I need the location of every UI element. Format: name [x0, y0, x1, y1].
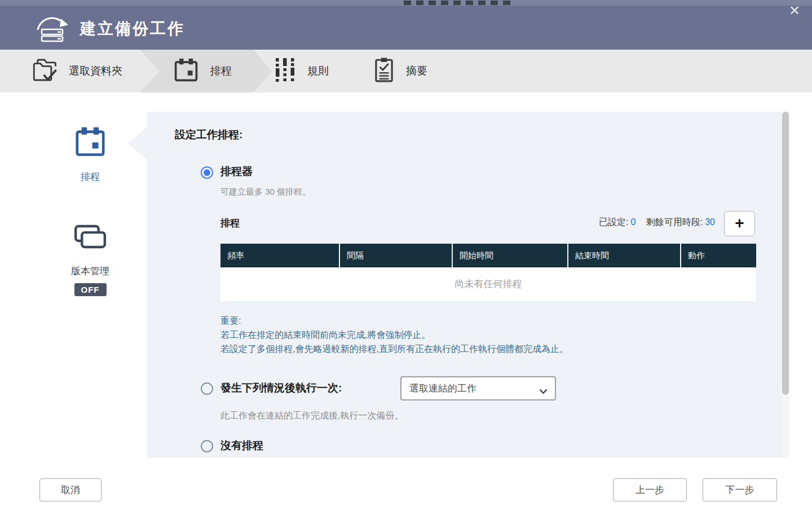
backup-job-icon: [33, 12, 71, 45]
step-label: 選取資料夾: [69, 64, 122, 78]
scheduler-hint: 可建立最多 30 個排程。: [220, 187, 311, 197]
clipboard-check-icon: [373, 57, 395, 85]
column-header-action: 動作: [681, 244, 756, 267]
radio-linked-job[interactable]: [201, 382, 213, 395]
important-title: 重要:: [220, 314, 568, 328]
panel-pointer-notch: [127, 127, 147, 159]
schedule-table-empty-state: 尚未有任何排程: [220, 267, 756, 301]
sliders-icon: [275, 57, 295, 85]
sidebar-item-versioning[interactable]: 版本管理 OFF: [59, 224, 122, 296]
panel-heading: 設定工作排程:: [175, 127, 242, 142]
calendar-icon: [74, 150, 107, 160]
radio-no-schedule[interactable]: [201, 440, 213, 452]
column-header-frequency: 頻率: [220, 244, 339, 267]
step-select-folder[interactable]: 選取資料夾: [31, 50, 122, 93]
sidebar-item-label: 版本管理: [59, 265, 122, 278]
dialog-title: 建立備份工作: [80, 6, 185, 50]
schedule-settings-panel: 設定工作排程: 排程器 可建立最多 30 個排程。 排程 已設定:0 剩餘可用時…: [147, 112, 789, 458]
linked-option-label[interactable]: 發生下列情況後執行一次:: [220, 381, 342, 395]
step-schedule[interactable]: 排程: [173, 50, 232, 93]
sidebar-item-schedule[interactable]: 排程: [67, 125, 114, 183]
important-note: 重要: 若工作在排定的結束時間前尚未完成,將會強制停止。 若設定了多個排程,會先…: [220, 314, 568, 356]
cancel-button[interactable]: 取消: [39, 478, 102, 501]
step-rules[interactable]: 規則: [275, 50, 329, 93]
scheduler-option-label[interactable]: 排程器: [220, 164, 253, 179]
create-backup-job-dialog: 建立備份工作 ✕ 選取資料夾: [0, 0, 812, 515]
column-header-interval: 間隔: [340, 244, 452, 267]
remaining-label: 剩餘可用時段:: [646, 217, 703, 227]
schedule-table-header: 頻率 間隔 開始時間 結束時間 動作: [220, 244, 756, 267]
no-schedule-option-label[interactable]: 沒有排程: [220, 438, 263, 453]
versioning-off-badge: OFF: [74, 283, 107, 296]
column-header-end-time: 結束時間: [568, 244, 680, 267]
linked-job-dropdown[interactable]: 選取連結的工作: [400, 376, 556, 400]
column-header-start-time: 開始時間: [453, 244, 567, 267]
important-line: 若設定了多個排程,會先略過較新的排程,直到所有正在執行的工作執行個體都完成為止。: [220, 342, 568, 356]
panel-scrollbar-track[interactable]: [782, 112, 789, 458]
background-window-strip: [0, 0, 812, 6]
sidebar-item-label: 排程: [67, 170, 114, 183]
close-button[interactable]: ✕: [785, 1, 804, 20]
configured-value: 0: [630, 217, 636, 227]
panel-scrollbar-thumb[interactable]: [782, 112, 789, 395]
back-button[interactable]: 上一步: [613, 478, 687, 501]
step-summary[interactable]: 摘要: [373, 50, 427, 93]
linked-job-dropdown-value: 選取連結的工作: [409, 377, 476, 400]
step-label: 摘要: [406, 64, 427, 78]
remaining-value: 30: [705, 217, 715, 227]
dialog-header: 建立備份工作: [0, 6, 812, 50]
step-label: 規則: [307, 64, 329, 78]
next-button[interactable]: 下一步: [703, 478, 777, 501]
folders-check-icon: [31, 56, 60, 86]
calendar-icon: [173, 57, 199, 85]
schedule-table: 頻率 間隔 開始時間 結束時間 動作 尚未有任何排程: [220, 244, 756, 301]
important-line: 若工作在排定的結束時間前尚未完成,將會強制停止。: [220, 328, 568, 342]
background-window-text-fragment: [404, 1, 514, 5]
linked-hint: 此工作會在連結的工作完成後,執行一次備份。: [220, 410, 403, 422]
radio-scheduler[interactable]: [201, 166, 213, 179]
add-schedule-button[interactable]: +: [724, 211, 755, 236]
configured-label: 已設定:: [599, 217, 628, 227]
wizard-stepbar: 選取資料夾 排程: [0, 50, 812, 93]
versions-icon: [72, 244, 108, 254]
step-label: 排程: [210, 64, 232, 78]
chevron-down-icon: [539, 386, 548, 397]
schedule-counts: 已設定:0 剩餘可用時段:30: [462, 217, 717, 228]
schedule-section-title: 排程: [220, 217, 240, 230]
